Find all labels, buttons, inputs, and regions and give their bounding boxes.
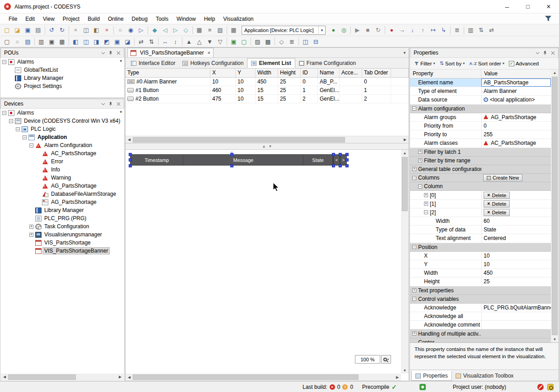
property-row-acknowledge-all[interactable]: Acknowledge all — [410, 312, 551, 321]
visualization-canvas[interactable]: TimestampMessageState < > 100 % ▾ — [126, 150, 401, 374]
canvas-horizontal-scrollbar[interactable]: ◀ ▶ — [126, 374, 401, 381]
element-row-0-alarm-banner[interactable]: #0 Alarm Banner1010450250AB_P...0 — [126, 78, 409, 86]
property-expander-icon[interactable]: + — [412, 167, 416, 171]
property-row-data-source[interactable]: Data source<local application> — [410, 96, 551, 104]
project-information-icon[interactable]: ▦ — [228, 25, 239, 35]
property-expander-icon[interactable]: + — [418, 158, 422, 162]
menu-item-visualization[interactable]: Visualization — [219, 14, 257, 23]
property-row-general-table-configuration[interactable]: +General table configuration — [410, 165, 551, 174]
tab-properties[interactable]: Properties — [411, 371, 452, 381]
close-button[interactable] — [538, 0, 559, 14]
same-height-icon[interactable]: ↕ — [170, 37, 181, 46]
devices-item-device-codesys-control-win-v3-x64[interactable]: −Device (CODESYS Control Win V3 x64) — [0, 117, 124, 125]
tree-expander-icon[interactable]: + — [29, 233, 33, 237]
stop-icon[interactable]: ■ — [363, 25, 373, 35]
scroll-left-icon[interactable]: ◀ — [1, 374, 8, 380]
no-user-logged-in-icon[interactable] — [537, 384, 544, 390]
devices-horizontal-scrollbar[interactable]: ◀ ▶ — [1, 374, 124, 380]
minimize-button[interactable] — [497, 0, 517, 14]
element-list-tool-icon[interactable]: ▤ — [23, 37, 33, 46]
property-row-width[interactable]: Width450 — [410, 269, 551, 277]
property-expander-icon[interactable]: + — [424, 193, 428, 197]
pin-icon[interactable] — [107, 100, 114, 107]
group-elements-icon[interactable]: ▣ — [228, 37, 239, 46]
advanced-checkbox[interactable]: ✓ Advanced — [507, 60, 540, 67]
toggle-breakpoint-icon[interactable]: ● — [387, 25, 397, 35]
menu-item-edit[interactable]: Edit — [21, 14, 39, 23]
chevron-down-icon[interactable]: ▾ — [318, 26, 325, 34]
canvas-vertical-scrollbar[interactable]: ▲ ▼ — [401, 150, 409, 374]
pous-item-project-settings[interactable]: Project Settings — [0, 82, 124, 90]
devices-item-alarm-configuration[interactable]: −Alarm Configuration — [0, 141, 124, 149]
tab-order-mode-icon[interactable]: ≣ — [287, 37, 297, 46]
selection-handle[interactable] — [230, 153, 233, 156]
property-expander-icon[interactable]: + — [418, 150, 422, 154]
property-row-acknowledge[interactable]: AcknowledgePLC_PRG.bQuitAlarmBanner — [410, 304, 551, 312]
property-expander-icon[interactable]: + — [412, 288, 416, 292]
filter-dropdown[interactable]: Filter ▾ — [412, 60, 437, 67]
devices-item-vis-partsshortagebanner[interactable]: VIS_PartsShortageBanner — [0, 247, 124, 255]
devices-item-task-configuration[interactable]: +Task Configuration — [0, 222, 124, 231]
replace-icon[interactable]: ◉ — [126, 25, 136, 35]
create-new-button[interactable]: Create New — [483, 174, 522, 181]
scrollbar-thumb[interactable] — [8, 374, 76, 380]
property-expander-icon[interactable]: − — [412, 297, 416, 301]
checkbox-checked-icon[interactable]: ✓ — [509, 61, 514, 66]
column-header-name[interactable]: Name — [318, 69, 340, 77]
devices-item-ac-partsshortage[interactable]: AC_PartsShortage — [0, 149, 124, 157]
close-icon[interactable] — [115, 100, 122, 107]
property-row-filter-by-latch-1[interactable]: +Filter by latch 1 — [410, 148, 551, 157]
property-row-column[interactable]: −Column — [410, 182, 551, 191]
selection-handle[interactable] — [339, 164, 342, 167]
delete-button[interactable]: ×Delete — [484, 200, 510, 208]
edit-declaration-icon[interactable]: ≡ — [205, 25, 215, 35]
selection-mode-icon[interactable]: ▢ — [2, 37, 12, 46]
scrollbar-thumb[interactable] — [133, 374, 359, 380]
cut-icon[interactable]: × — [70, 25, 81, 35]
access-rights-icon[interactable] — [547, 384, 554, 390]
sync-view-icon[interactable]: ⇄ — [486, 25, 497, 35]
generate-code-icon[interactable]: ◎ — [339, 25, 349, 35]
multiply-element-icon[interactable]: ▦ — [57, 37, 67, 46]
zoom-tool-button[interactable]: ▾ — [381, 355, 391, 364]
step-into-icon[interactable]: ↓ — [407, 25, 418, 35]
column-header-y[interactable]: Y — [236, 69, 256, 77]
property-row-text-alignment[interactable]: Text alignmentCentered — [410, 234, 551, 243]
save-icon[interactable]: ▣ — [23, 25, 33, 35]
column-header-type[interactable]: Type — [126, 69, 210, 77]
flow-control-icon[interactable]: ≣ — [452, 25, 462, 35]
property-row-element-name[interactable]: Element nameAB_PartsShortage — [410, 78, 551, 87]
menu-item-build[interactable]: Build — [84, 14, 104, 23]
pin-icon[interactable] — [107, 49, 114, 56]
delete-icon[interactable]: × — [102, 25, 112, 35]
property-row-x[interactable]: X10 — [410, 252, 551, 260]
document-tab[interactable]: VIS_PartsShortageBanner × — [127, 48, 214, 57]
devices-item-warning[interactable]: Warning — [0, 174, 124, 182]
column-header-id[interactable]: ID — [301, 69, 318, 77]
selection-handle[interactable] — [339, 153, 342, 156]
element-list-horizontal-scrollbar[interactable]: ◀ ▶ — [126, 136, 409, 143]
property-row-text-properties[interactable]: +Text properties — [410, 286, 551, 295]
send-to-back-icon[interactable]: ▼ — [205, 37, 215, 46]
property-row-type-of-data[interactable]: Type of dataState — [410, 226, 551, 234]
print-icon[interactable]: ▤ — [33, 25, 43, 35]
find-icon[interactable]: ○ — [115, 25, 126, 35]
distribute-horizontally-icon[interactable]: ⇄ — [136, 37, 146, 46]
tab-visualization-toolbox[interactable]: Visualization Toolbox — [452, 371, 517, 381]
scrollbar-thumb[interactable] — [552, 77, 558, 335]
find-next-icon[interactable]: ▷ — [136, 25, 146, 35]
column-header-width[interactable]: Width — [256, 69, 278, 77]
next-bookmark-icon[interactable]: ▷ — [170, 25, 181, 35]
bring-to-front-icon[interactable]: ▲ — [184, 37, 194, 46]
property-expander-icon[interactable]: − — [412, 245, 416, 249]
display-mode-icon[interactable]: ▥ — [466, 25, 476, 35]
property-expander-icon[interactable]: − — [412, 176, 416, 180]
sort-by-dropdown[interactable]: ⇅ Sort by ▾ — [438, 60, 467, 67]
tree-expander-icon[interactable]: − — [9, 119, 13, 123]
menu-item-file[interactable]: File — [5, 14, 21, 23]
pous-item-alarms[interactable]: −Alarms▾ — [0, 58, 124, 66]
undo-icon[interactable]: ↺ — [47, 25, 57, 35]
scrollbar-thumb[interactable] — [133, 137, 345, 143]
pous-item-globaltextlist[interactable]: GlobalTextList — [0, 66, 124, 74]
column-header-acce[interactable]: Acce... — [340, 69, 362, 77]
